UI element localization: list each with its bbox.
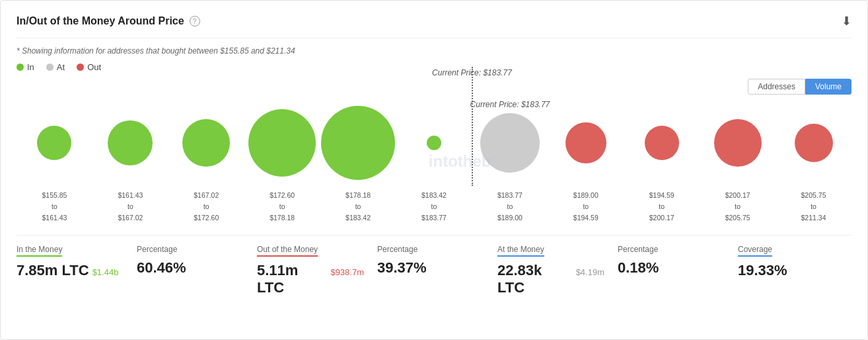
stat-block-2: Out of the Money5.11m LTC$938.7m (250, 245, 371, 296)
bubble-col: Current Price: $183.77$183.77to$189.00 (472, 100, 548, 223)
price-range-label: $161.43to$167.02 (118, 190, 143, 223)
stat-label: Out of the Money (257, 245, 364, 259)
bubble-green-4 (321, 106, 395, 180)
stat-value: 39.37% (377, 259, 484, 276)
stat-value: 22.83k LTC$4.19m (497, 262, 604, 296)
bubble-col: $194.59to$200.17 (624, 100, 700, 223)
bubble-col: $172.60to$178.18 (244, 100, 320, 223)
bubble-red-9 (714, 119, 762, 167)
stats-section: In the Money7.85m LTC$1.44bPercentage60.… (17, 235, 851, 296)
subtitle: * Showing information for addresses that… (17, 46, 851, 56)
price-range-label: $183.77to$189.00 (497, 190, 523, 223)
legend-item-at: At (46, 62, 65, 72)
legend-item-in: In (17, 62, 34, 72)
bubble-col: $200.17to$205.75 (700, 100, 776, 223)
stat-label: In the Money (17, 245, 124, 259)
stat-sub-value: $4.19m (576, 267, 604, 277)
price-range-label: $194.59to$200.17 (649, 190, 674, 223)
stat-value: 60.46% (137, 259, 244, 276)
legend-dot-in (17, 64, 24, 71)
stat-block-3: Percentage39.37% (371, 245, 491, 276)
bubble-col: $155.85to$161.43 (17, 100, 92, 223)
price-range-label: $178.18to$183.42 (345, 190, 371, 223)
stat-value: 7.85m LTC$1.44b (17, 262, 124, 279)
header-left: In/Out of the Money Around Price ? (17, 15, 200, 27)
bubble-red-7 (565, 122, 606, 163)
volume-toggle-button[interactable]: Volume (805, 79, 851, 95)
bubble-col: $167.02to$172.60 (168, 100, 244, 223)
bubble-gray-6 (480, 113, 540, 173)
stat-value: 19.33% (738, 262, 845, 279)
main-container: In/Out of the Money Around Price ? ⬇ * S… (0, 0, 868, 340)
stat-value: 0.18% (618, 259, 725, 276)
bubble-col: $189.00to$194.59 (548, 100, 624, 223)
bubble-green-0 (37, 126, 71, 160)
bubble-green-1 (108, 120, 153, 165)
download-icon[interactable]: ⬇ (842, 14, 851, 28)
stat-block-5: Percentage0.18% (611, 245, 731, 276)
price-range-label: $167.02to$172.60 (194, 190, 219, 223)
stat-block-0: In the Money7.85m LTC$1.44b (17, 245, 130, 279)
legend-label-in: In (27, 62, 34, 72)
stat-sub-value: $938.7m (330, 267, 364, 277)
header: In/Out of the Money Around Price ? ⬇ (17, 14, 851, 38)
price-range-label: $200.17to$205.75 (725, 190, 750, 223)
stat-label: Percentage (377, 245, 484, 257)
bubble-col: $205.75to$211.34 (776, 100, 851, 223)
price-range-label: $205.75to$211.34 (801, 190, 826, 223)
stat-block-4: At the Money22.83k LTC$4.19m (491, 245, 611, 296)
bubble-green-2 (182, 119, 230, 167)
stat-label: Percentage (137, 245, 244, 257)
bubble-col: $161.43to$167.02 (92, 100, 168, 223)
bubble-red-8 (645, 126, 679, 160)
toggle-buttons: Addresses Volume (17, 79, 851, 95)
stat-block-1: Percentage60.46% (130, 245, 250, 276)
legend-label-out: Out (87, 62, 101, 72)
stat-value: 5.11m LTC$938.7m (257, 262, 364, 296)
stat-label: Percentage (618, 245, 725, 257)
bubble-green-3 (248, 109, 316, 177)
legend-dot-at (46, 64, 54, 71)
price-range-label: $155.85to$161.43 (42, 190, 67, 223)
legend-dot-out (77, 64, 84, 71)
legend-item-out: Out (77, 62, 101, 72)
bubble-col: $178.18to$183.42 (320, 100, 396, 223)
addresses-toggle-button[interactable]: Addresses (748, 79, 805, 95)
help-icon[interactable]: ? (190, 16, 200, 26)
legend-label-at: At (57, 62, 65, 72)
bubble-red-10 (795, 124, 833, 162)
price-range-label: $183.42to$183.77 (421, 190, 447, 223)
page-title: In/Out of the Money Around Price (17, 15, 184, 27)
price-range-label: $172.60to$178.18 (270, 190, 295, 223)
stat-label: At the Money (497, 245, 604, 259)
bubbles-container: $155.85to$161.43$161.43to$167.02$167.02t… (17, 100, 851, 223)
bubble-col: $183.42to$183.77 (396, 100, 472, 223)
stat-label: Coverage (738, 245, 845, 259)
chart-container: Current Price: $183.77 $155.85to$161.43$… (17, 100, 851, 223)
bubble-green-5 (427, 136, 441, 150)
stat-block-6: Coverage19.33% (731, 245, 851, 279)
price-range-label: $189.00to$194.59 (573, 190, 598, 223)
stat-sub-value: $1.44b (92, 267, 119, 277)
chart-section: Addresses Volume Current Price: $183.77 … (17, 79, 851, 223)
